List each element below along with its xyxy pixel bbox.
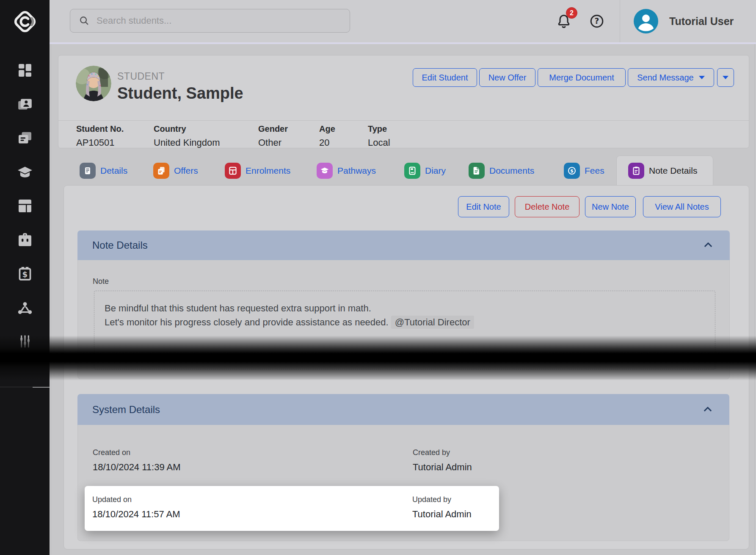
sidebar-item-dashboard[interactable] — [0, 61, 50, 80]
search-icon — [79, 15, 90, 26]
meta-value: 18/10/2024 11:39 AM — [93, 462, 181, 473]
delete-note-button[interactable]: Delete Note — [515, 196, 579, 217]
more-actions-button[interactable] — [717, 68, 734, 87]
enrolments-tab-icon — [225, 163, 241, 179]
pathways-tab-icon — [317, 163, 333, 179]
note-panel-header[interactable]: Note Details — [77, 230, 730, 260]
students-icon — [17, 96, 33, 113]
new-offer-button[interactable]: New Offer — [479, 68, 535, 87]
sliders-icon — [17, 333, 33, 350]
tab-pathways[interactable]: Pathways — [317, 163, 376, 179]
send-message-button[interactable]: Send Message — [628, 68, 714, 87]
card-divider — [58, 120, 749, 121]
user-menu[interactable]: Tutorial User — [634, 0, 734, 42]
field-value: Other — [258, 137, 288, 148]
note-content-box[interactable]: Be mindful that this student has request… — [94, 291, 715, 369]
sidebar-item-services[interactable] — [0, 230, 50, 250]
student-header-card: STUDENT Student, Sample Edit Student New… — [58, 55, 749, 148]
sidebar-item-offers[interactable] — [0, 128, 50, 148]
help-button[interactable]: ? — [583, 0, 610, 42]
briefcase-icon — [17, 231, 33, 248]
edit-student-button[interactable]: Edit Student — [413, 68, 477, 87]
new-note-button[interactable]: New Note — [585, 196, 636, 217]
sidebar-item-courses[interactable] — [0, 162, 50, 182]
details-tab-icon — [80, 163, 96, 179]
tab-documents[interactable]: Documents — [469, 163, 534, 179]
tab-details[interactable]: Details — [80, 163, 127, 179]
sidebar-item-pathways[interactable] — [0, 298, 50, 317]
created-on-field: Created on 18/10/2024 11:39 AM — [93, 448, 181, 473]
search-input[interactable] — [96, 15, 350, 27]
field-label: Student No. — [76, 124, 124, 134]
avatar-icon — [634, 9, 658, 33]
student-name: Student, Sample — [117, 84, 243, 103]
meta-label: Created by — [413, 448, 472, 457]
field-type: Type Local — [368, 124, 390, 148]
tutorial-spotlight: Updated on 18/10/2024 11:57 AM Updated b… — [85, 486, 499, 531]
field-label: Type — [368, 124, 390, 134]
tab-note-details[interactable]: Note Details — [616, 155, 713, 186]
svg-text:?: ? — [595, 17, 599, 25]
meta-label: Updated by — [412, 495, 472, 504]
chevron-up-icon[interactable] — [701, 403, 714, 416]
field-value: 20 — [319, 137, 335, 148]
view-all-notes-button[interactable]: View All Notes — [643, 196, 721, 217]
help-icon: ? — [589, 14, 604, 29]
sidebar-item-students[interactable] — [0, 94, 50, 114]
field-value: United Kingdom — [154, 137, 220, 148]
system-panel-title: System Details — [92, 404, 160, 416]
field-country: Country United Kingdom — [154, 124, 220, 148]
tab-enrolments[interactable]: Enrolments — [225, 163, 290, 179]
field-student-no: Student No. AP10501 — [76, 124, 124, 148]
created-by-field: Created by Tutorial Admin — [413, 448, 472, 473]
student-search[interactable] — [70, 9, 350, 33]
dashboard-icon — [17, 62, 33, 79]
caret-down-icon — [699, 76, 705, 79]
field-label: Country — [154, 124, 220, 134]
field-value: Local — [368, 137, 390, 148]
merge-document-button[interactable]: Merge Document — [538, 68, 626, 87]
meta-value: Tutorial Admin — [413, 462, 472, 473]
sidebar-item-classes[interactable] — [0, 196, 50, 216]
note-field-label: Note — [93, 277, 109, 286]
tab-offers[interactable]: Offers — [153, 163, 198, 179]
diary-tab-icon — [404, 163, 420, 179]
sidebar: $ — [0, 0, 50, 555]
tab-diary[interactable]: Diary — [404, 163, 446, 179]
mention-chip[interactable]: @Tutorial Director — [391, 316, 474, 329]
edit-note-button[interactable]: Edit Note — [458, 196, 509, 217]
app-logo-icon[interactable] — [0, 3, 50, 40]
sidebar-divider-accent — [33, 387, 50, 388]
updated-by-field: Updated by Tutorial Admin — [412, 495, 472, 520]
field-value: AP10501 — [76, 137, 124, 148]
caret-down-icon — [723, 76, 728, 79]
network-icon — [17, 299, 33, 316]
tab-fees[interactable]: $ Fees — [564, 163, 604, 179]
system-panel-header[interactable]: System Details — [77, 394, 729, 425]
documents-tab-icon — [469, 163, 485, 179]
svg-text:$: $ — [570, 168, 574, 174]
offers-tab-icon — [153, 163, 169, 179]
topbar: 2 ? Tutorial User — [50, 0, 756, 44]
note-details-tab-icon — [628, 163, 644, 179]
field-label: Gender — [258, 124, 288, 134]
chevron-up-icon[interactable] — [702, 239, 715, 252]
layout-icon — [17, 197, 33, 214]
meta-label: Updated on — [92, 495, 180, 504]
meta-value: 18/10/2024 11:57 AM — [92, 509, 180, 520]
user-name: Tutorial User — [669, 15, 734, 28]
field-label: Age — [319, 124, 335, 134]
notifications-button[interactable]: 2 — [550, 0, 577, 42]
note-text: Be mindful that this student has request… — [105, 301, 474, 329]
field-gender: Gender Other — [258, 124, 288, 148]
student-actions: Edit Student New Offer Merge Document Se… — [58, 68, 749, 87]
field-age: Age 20 — [319, 124, 335, 148]
graduation-cap-icon — [17, 164, 33, 180]
price-tag-icon: $ — [17, 265, 33, 282]
meta-value: Tutorial Admin — [412, 509, 472, 520]
sidebar-item-finance[interactable]: $ — [0, 264, 50, 283]
note-line-1: Be mindful that this student has request… — [105, 301, 474, 315]
note-line-2: Let's monitor his progress closely and p… — [105, 315, 474, 329]
note-panel-title: Note Details — [92, 239, 148, 251]
sidebar-item-settings[interactable] — [0, 332, 50, 351]
